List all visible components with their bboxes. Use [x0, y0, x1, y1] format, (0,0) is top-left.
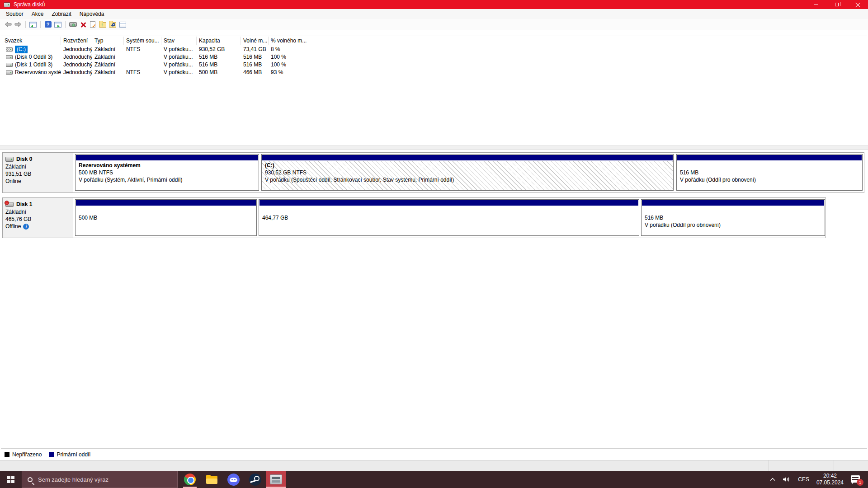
partition-system-reserved[interactable]: Rezervováno systémem 500 MB NTFS V pořád… — [75, 154, 259, 191]
restore-button[interactable] — [826, 0, 847, 9]
disk-size: 931,51 GB — [5, 170, 70, 178]
help-icon: ? — [45, 21, 52, 28]
partition-status: V pořádku (Systém, Aktivní, Primární odd… — [79, 176, 255, 183]
partition-status: V pořádku (Spouštěcí oddíl, Stránkovací … — [265, 176, 670, 183]
cell-free-pct: 100 % — [269, 53, 309, 61]
info-icon[interactable]: i — [23, 224, 29, 230]
partition-status: V pořádku (Oddíl pro obnovení) — [645, 221, 821, 229]
partition-status: V pořádku (Oddíl pro obnovení) — [680, 176, 859, 183]
volume-icon — [6, 55, 13, 59]
back-arrow-icon — [5, 22, 12, 27]
search-input[interactable] — [38, 476, 165, 483]
minimize-button[interactable] — [806, 0, 826, 9]
column-header-rozvrzeni[interactable]: Rozvržení — [61, 37, 92, 45]
column-header-stav[interactable]: Stav — [161, 37, 197, 45]
clock-time: 20:42 — [816, 473, 844, 479]
partition-c-selected[interactable]: (C:) 930,52 GB NTFS V pořádku (Spouštěcí… — [261, 154, 674, 191]
cell-fs: NTFS — [124, 46, 161, 53]
column-header-kapacita[interactable]: Kapacita — [197, 37, 241, 45]
folder-find-button[interactable] — [108, 20, 118, 29]
clock-date: 07.05.2024 — [816, 479, 844, 486]
column-header-procento-volneho[interactable]: % volného m... — [269, 37, 309, 45]
notification-badge: 1 — [857, 479, 863, 486]
disk-status: Offline — [5, 223, 21, 230]
menu-soubor[interactable]: Soubor — [2, 9, 28, 19]
partition-name — [680, 162, 859, 169]
help-button[interactable]: ? — [43, 20, 53, 29]
disk-management-app-icon — [4, 2, 10, 7]
cell-type: Základní — [92, 61, 124, 69]
disk1-header-panel[interactable]: Disk 1 Základní 465,76 GB Offline i — [3, 198, 73, 238]
disk-size: 465,76 GB — [5, 216, 70, 223]
divider — [834, 460, 834, 471]
disk-drive-icon — [5, 157, 14, 162]
volume-list-header: Svazek Rozvržení Typ Systém sou... Stav … — [2, 37, 309, 45]
show-action-pane-button[interactable] — [53, 20, 63, 29]
menu-zobrazit[interactable]: Zobrazit — [47, 9, 75, 19]
check-document-button[interactable] — [88, 20, 98, 29]
cell-free-pct: 8 % — [269, 46, 309, 53]
taskbar-app-chrome[interactable] — [179, 471, 201, 488]
partition-recovery-disk0[interactable]: 516 MB V pořádku (Oddíl pro obnovení) — [676, 154, 863, 191]
steam-icon — [249, 474, 261, 486]
console-tree-button[interactable] — [28, 20, 38, 29]
cell-fs — [124, 61, 161, 69]
table-row-rezervovano[interactable]: Rezervováno systé... Jednoduchý Základní… — [2, 69, 309, 76]
disk-row-1: Disk 1 Základní 465,76 GB Offline i 500 … — [2, 197, 826, 238]
menu-akce[interactable]: Akce — [28, 9, 48, 19]
chrome-icon — [184, 474, 196, 485]
cell-layout: Jednoduchý — [61, 46, 92, 53]
details-view-button[interactable] — [118, 20, 127, 29]
taskbar-clock[interactable]: 20:42 07.05.2024 — [816, 473, 844, 486]
taskbar-app-file-explorer[interactable] — [201, 471, 222, 488]
keyboard-language-indicator[interactable]: CES — [798, 476, 809, 483]
column-header-svazek[interactable]: Svazek — [2, 37, 61, 45]
taskbar-search[interactable] — [22, 471, 178, 488]
drive-properties-button[interactable] — [68, 20, 78, 29]
back-button[interactable] — [3, 20, 13, 29]
taskbar-app-disk-management[interactable] — [266, 471, 286, 488]
start-button[interactable] — [0, 471, 22, 488]
menu-bar: Soubor Akce Zobrazit Nápověda — [0, 9, 868, 19]
table-row-c[interactable]: (C:) Jednoduchý Základní NTFS V pořádku.… — [2, 46, 309, 53]
taskbar-app-discord[interactable] — [222, 471, 244, 488]
toolbar-separator — [40, 21, 41, 28]
folder-up-icon: ↑ — [99, 22, 106, 28]
delete-volume-button[interactable] — [78, 20, 88, 29]
partition-size: 500 MB NTFS — [79, 169, 255, 176]
disk-type: Základní — [5, 208, 70, 216]
disk0-header-panel[interactable]: Disk 0 Základní 931,51 GB Online — [3, 153, 73, 192]
disk-graphical-pane: Disk 0 Základní 931,51 GB Online Rezervo… — [1, 150, 867, 448]
partition-disk1-500mb[interactable]: 500 MB — [75, 199, 257, 236]
system-tray: CES 20:42 07.05.2024 1 — [770, 471, 868, 488]
divider — [769, 460, 769, 471]
menu-napoveda[interactable]: Nápověda — [75, 9, 108, 19]
notification-center-button[interactable]: 1 — [851, 475, 862, 484]
column-header-system-souboru[interactable]: Systém sou... — [124, 37, 161, 45]
column-header-volne-misto[interactable]: Volné m... — [241, 37, 269, 45]
folder-open-button[interactable]: ↑ — [98, 20, 108, 29]
partition-status — [262, 221, 636, 229]
disk-name: Disk 0 — [16, 156, 32, 162]
toolbar: ? ↑ — [0, 19, 868, 30]
tray-chevron-up-icon[interactable] — [770, 478, 775, 481]
table-row-disk0-oddil3[interactable]: (Disk 0 Oddíl 3) Jednoduchý Základní V p… — [2, 53, 309, 61]
drive-icon — [69, 22, 77, 27]
cell-status: V pořádku... — [161, 61, 197, 69]
close-button[interactable] — [847, 0, 868, 9]
partition-color-bar — [76, 155, 258, 160]
cell-layout: Jednoduchý — [61, 53, 92, 61]
table-row-disk1-oddil3[interactable]: (Disk 1 Oddíl 3) Jednoduchý Základní V p… — [2, 61, 309, 69]
pane-splitter[interactable] — [0, 145, 868, 150]
partition-disk1-main[interactable]: 464,77 GB — [259, 199, 639, 236]
column-header-typ[interactable]: Typ — [92, 37, 124, 45]
window-title: Správa disků — [14, 1, 45, 8]
partition-recovery-disk1[interactable]: 516 MB V pořádku (Oddíl pro obnovení) — [641, 199, 825, 236]
windows-logo-icon — [7, 476, 14, 483]
forward-button[interactable] — [13, 20, 23, 29]
partition-name — [79, 207, 253, 214]
legend-unallocated-swatch — [5, 452, 9, 457]
volume-speaker-icon[interactable] — [783, 476, 791, 483]
taskbar-app-steam[interactable] — [244, 471, 266, 488]
search-icon — [28, 477, 33, 482]
